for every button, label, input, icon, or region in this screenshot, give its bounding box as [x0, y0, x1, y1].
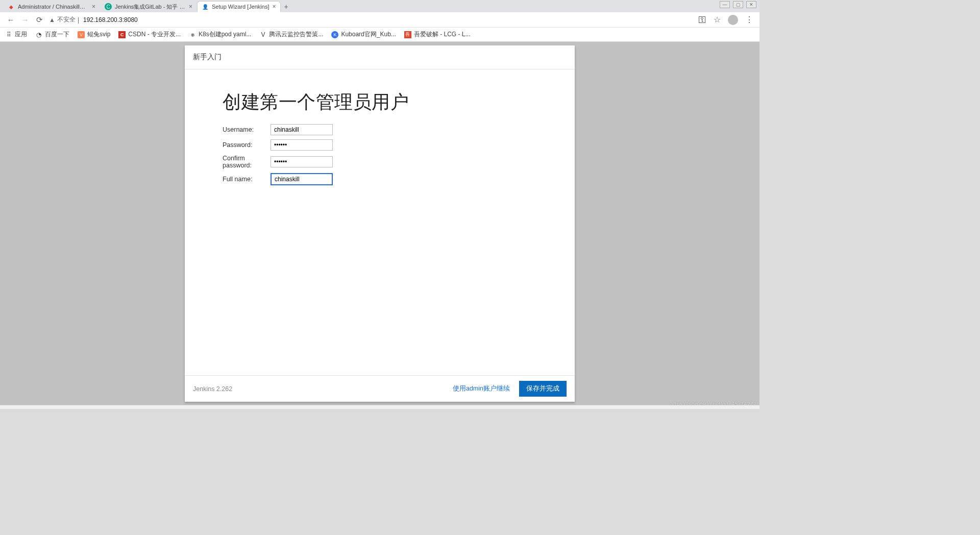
browser-tab-zhihu[interactable]: C Jenkins集成GitLab - 知乎 - osc... × — [100, 1, 197, 12]
card-footer: Jenkins 2.262 使用admin账户继续 保存并完成 — [185, 375, 575, 402]
close-icon[interactable]: × — [273, 3, 276, 10]
baidu-icon: ◔ — [35, 31, 42, 38]
os-maximize-button[interactable]: ▢ — [733, 1, 743, 8]
zhihu-icon: C — [105, 3, 112, 10]
menu-icon[interactable]: ⋮ — [745, 15, 753, 25]
tencent-icon: V — [259, 31, 266, 38]
key-icon[interactable]: ⚿ — [698, 15, 706, 25]
password-label: Password: — [223, 141, 271, 149]
os-close-button[interactable]: ✕ — [746, 1, 756, 8]
star-icon[interactable]: ☆ — [714, 15, 721, 25]
warning-icon: ▲ — [49, 16, 55, 23]
gitlab-icon: ◆ — [8, 3, 15, 10]
password-input[interactable] — [271, 139, 333, 151]
jenkins-icon: 👤 — [202, 3, 209, 10]
fullname-label: Full name: — [223, 176, 271, 183]
kuboard-icon: K — [331, 31, 338, 38]
confirm-password-input[interactable] — [271, 156, 333, 167]
card-header: 新手入门 — [185, 45, 575, 69]
username-row: Username: — [223, 124, 537, 135]
back-button[interactable]: ← — [6, 15, 15, 25]
pojie-icon: 吾 — [404, 31, 411, 38]
k8s-icon: ⎈ — [189, 31, 196, 38]
username-label: Username: — [223, 126, 271, 133]
tab-title: Administrator / ChinaskillProje... — [18, 4, 89, 10]
bookmark-csdn[interactable]: CCSDN - 专业开发... — [118, 30, 181, 39]
save-and-finish-button[interactable]: 保存并完成 — [519, 381, 567, 397]
browser-chrome: ◆ Administrator / ChinaskillProje... × C… — [0, 0, 760, 42]
close-icon[interactable]: × — [92, 3, 95, 10]
address-bar: ← → ⟳ ▲ 不安全 | 192.168.200.3:8080 ⚿ ☆ ⋮ — [0, 12, 760, 28]
os-taskbar — [0, 405, 760, 409]
os-window-controls: — ▢ ✕ — [717, 0, 760, 9]
confirm-password-row: Confirm password: — [223, 155, 537, 169]
omnibox[interactable]: ▲ 不安全 | 192.168.200.3:8080 — [49, 15, 693, 24]
csdn-icon: C — [118, 31, 126, 38]
browser-tab-jenkins[interactable]: 👤 Setup Wizard [Jenkins] × — [197, 1, 281, 12]
bookmark-kuboard[interactable]: KKuboard官网_Kub... — [331, 30, 396, 39]
continue-as-admin-link[interactable]: 使用admin账户继续 — [453, 384, 510, 393]
forward-button[interactable]: → — [20, 15, 30, 25]
confirm-password-label: Confirm password: — [223, 155, 271, 169]
security-indicator[interactable]: ▲ 不安全 | — [49, 15, 79, 24]
bookmark-apps[interactable]: ⠿应用 — [5, 30, 27, 39]
reload-button[interactable]: ⟳ — [35, 15, 44, 25]
browser-tab-gitlab[interactable]: ◆ Administrator / ChinaskillProje... × — [3, 1, 100, 12]
bookmark-k8s[interactable]: ⎈K8s创建pod yaml... — [189, 30, 251, 39]
footer-actions: 使用admin账户继续 保存并完成 — [453, 381, 567, 397]
bookmarks-bar: ⠿应用 ◔百度一下 V鲲兔svip CCSDN - 专业开发... ⎈K8s创建… — [0, 28, 760, 42]
bookmark-52pojie[interactable]: 吾吾爱破解 - LCG - L... — [404, 30, 471, 39]
password-row: Password: — [223, 139, 537, 151]
svip-icon: V — [78, 31, 85, 38]
jenkins-version: Jenkins 2.262 — [193, 385, 232, 393]
close-icon[interactable]: × — [189, 3, 192, 10]
page-viewport: 新手入门 创建第一个管理员用户 Username: Password: Conf… — [0, 42, 760, 409]
apps-icon: ⠿ — [5, 31, 12, 38]
security-text: 不安全 — [57, 15, 76, 24]
card-body: 创建第一个管理员用户 Username: Password: Confirm p… — [185, 69, 575, 375]
bookmark-tencent[interactable]: V腾讯云监控告警策... — [259, 30, 323, 39]
fullname-input[interactable] — [271, 173, 333, 185]
new-tab-button[interactable]: + — [281, 1, 292, 12]
avatar-icon[interactable] — [728, 15, 738, 25]
fullname-row: Full name: — [223, 173, 537, 185]
os-minimize-button[interactable]: — — [720, 1, 730, 8]
page-title: 创建第一个管理员用户 — [223, 90, 537, 115]
bookmark-svip[interactable]: V鲲兔svip — [78, 30, 110, 39]
tab-title: Jenkins集成GitLab - 知乎 - osc... — [115, 3, 186, 11]
url-text: 192.168.200.3:8080 — [83, 16, 138, 23]
tab-title: Setup Wizard [Jenkins] — [212, 4, 270, 10]
bookmark-baidu[interactable]: ◔百度一下 — [35, 30, 69, 39]
tab-bar: ◆ Administrator / ChinaskillProje... × C… — [0, 0, 760, 12]
setup-wizard-card: 新手入门 创建第一个管理员用户 Username: Password: Conf… — [185, 45, 575, 402]
username-input[interactable] — [271, 124, 333, 135]
